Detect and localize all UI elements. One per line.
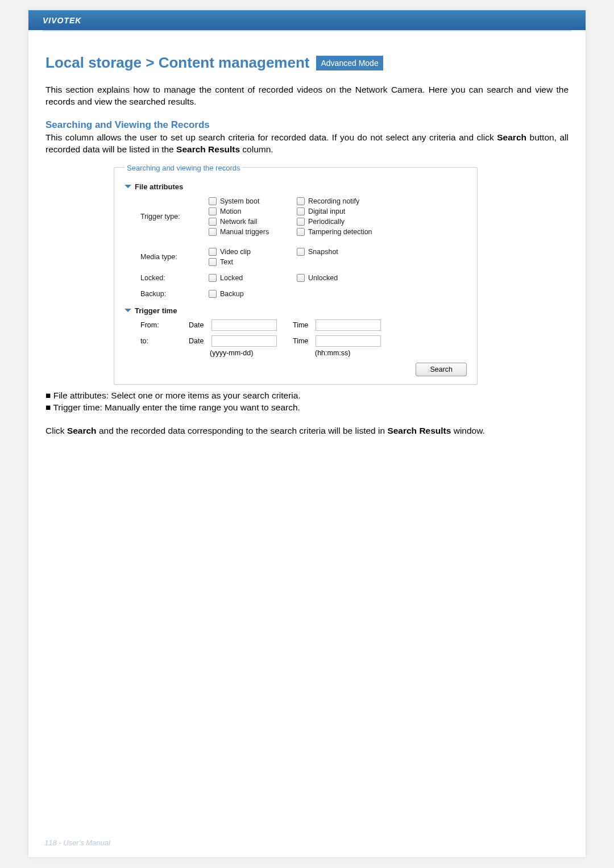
checkbox-text[interactable]: Text — [209, 257, 297, 267]
page-content: Local storage > Content management Advan… — [28, 31, 586, 437]
from-label: From: — [140, 321, 189, 329]
bold-text: Search — [67, 426, 97, 435]
page-footer: 118 - User's Manual — [44, 838, 110, 847]
from-date-input[interactable] — [211, 319, 277, 331]
date-format-hint: (yyyy-mm-dd) — [210, 349, 315, 357]
row-label: Locked: — [140, 274, 209, 282]
checkbox-manual-triggers[interactable]: Manual triggers — [209, 227, 297, 237]
checkbox-icon — [297, 197, 305, 205]
bold-text: Search Results — [176, 144, 240, 154]
date-sub-label: Date — [189, 321, 211, 329]
locked-options: Locked Unlocked — [209, 273, 467, 283]
checkbox-icon — [209, 274, 217, 282]
checkbox-icon — [297, 248, 305, 256]
checkbox-video-clip[interactable]: Video clip — [209, 247, 297, 257]
row-label: Backup: — [140, 290, 209, 298]
advanced-mode-badge: Advanced Mode — [316, 56, 383, 70]
search-fieldset: Searching and viewing the records File a… — [114, 167, 478, 385]
page-header: VIVOTEK — [28, 10, 586, 30]
bold-text: Search Results — [387, 426, 451, 435]
text: This column allows the user to set up se… — [45, 132, 497, 142]
outro-paragraph: Click Search and the recorded data corre… — [45, 425, 569, 437]
row-label: Media type: — [140, 253, 209, 261]
checkbox-periodically[interactable]: Periodically — [297, 217, 385, 227]
checkbox-motion[interactable]: Motion — [209, 206, 297, 217]
text: column. — [240, 144, 273, 154]
to-time-input[interactable] — [316, 335, 381, 347]
checkbox-icon — [209, 290, 217, 298]
checkbox-recording-notify[interactable]: Recording notify — [297, 196, 385, 206]
date-sub-label: Date — [189, 337, 211, 345]
fieldset-legend: Searching and viewing the records — [125, 164, 242, 172]
checkbox-icon — [209, 258, 217, 266]
from-row: From: Date Time — [125, 317, 467, 333]
section-heading: Searching and Viewing the Records — [45, 119, 569, 131]
time-sub-label: Time — [293, 321, 316, 329]
from-time-input[interactable] — [316, 319, 381, 331]
checkbox-icon — [297, 274, 305, 282]
trigger-time-header[interactable]: Trigger time — [125, 302, 467, 317]
checkbox-backup[interactable]: Backup — [209, 289, 297, 299]
to-date-input[interactable] — [211, 335, 277, 347]
bullet-file-attributes: ■ File attributes: Select one or more it… — [45, 389, 569, 402]
checkbox-icon — [209, 197, 217, 205]
checkbox-icon — [297, 207, 305, 215]
checkbox-icon — [297, 218, 305, 226]
bullet-trigger-time: ■ Trigger time: Manually enter the time … — [45, 401, 569, 414]
text: Click — [45, 426, 67, 435]
text: and the recorded data corresponding to t… — [97, 426, 388, 435]
bullet-list: ■ File attributes: Select one or more it… — [45, 389, 569, 414]
title-row: Local storage > Content management Advan… — [45, 54, 569, 72]
backup-row: Backup: Backup — [125, 286, 467, 302]
checkbox-icon — [297, 228, 305, 236]
checkbox-system-boot[interactable]: System boot — [209, 196, 297, 206]
text: window. — [451, 426, 484, 435]
checkbox-digital-input[interactable]: Digital input — [297, 206, 385, 217]
media-options: Video clip Snapshot Text — [209, 247, 467, 267]
checkbox-tampering-detection[interactable]: Tampering detection — [297, 227, 410, 237]
to-row: to: Date Time — [125, 333, 467, 349]
section-paragraph: This column allows the user to set up se… — [45, 132, 569, 156]
to-label: to: — [140, 337, 189, 345]
trigger-options: System boot Recording notify Motion Digi… — [209, 196, 467, 237]
intro-paragraph: This section explains how to manage the … — [45, 84, 569, 108]
checkbox-network-fail[interactable]: Network fail — [209, 217, 297, 227]
checkbox-unlocked[interactable]: Unlocked — [297, 273, 385, 283]
trigger-type-row: Trigger type: System boot Recording noti… — [125, 193, 467, 240]
checkbox-icon — [209, 207, 217, 215]
section-label: Trigger time — [135, 306, 177, 315]
format-hint-row: (yyyy-mm-dd) (hh:mm:ss) — [125, 349, 467, 357]
section-label: File attributes — [135, 182, 183, 191]
button-row: Search — [125, 357, 467, 376]
row-label: Trigger type: — [140, 213, 209, 221]
time-format-hint: (hh:mm:ss) — [315, 349, 351, 357]
time-sub-label: Time — [293, 337, 316, 345]
chevron-down-icon — [125, 309, 131, 312]
bold-text: Search — [497, 132, 526, 142]
page-title: Local storage > Content management — [45, 54, 309, 72]
document-page: VIVOTEK Local storage > Content manageme… — [28, 10, 586, 857]
backup-options: Backup — [209, 289, 467, 299]
search-button[interactable]: Search — [416, 363, 467, 376]
locked-row: Locked: Locked Unlocked — [125, 270, 467, 286]
checkbox-icon — [209, 248, 217, 256]
media-type-row: Media type: Video clip Snapshot Text — [125, 240, 467, 270]
checkbox-icon — [209, 218, 217, 226]
checkbox-locked[interactable]: Locked — [209, 273, 297, 283]
search-panel-screenshot: Searching and viewing the records File a… — [114, 167, 478, 385]
checkbox-icon — [209, 228, 217, 236]
brand-label: VIVOTEK — [43, 16, 81, 25]
checkbox-snapshot[interactable]: Snapshot — [297, 247, 385, 257]
file-attributes-header[interactable]: File attributes — [125, 178, 467, 193]
chevron-down-icon — [125, 185, 131, 188]
